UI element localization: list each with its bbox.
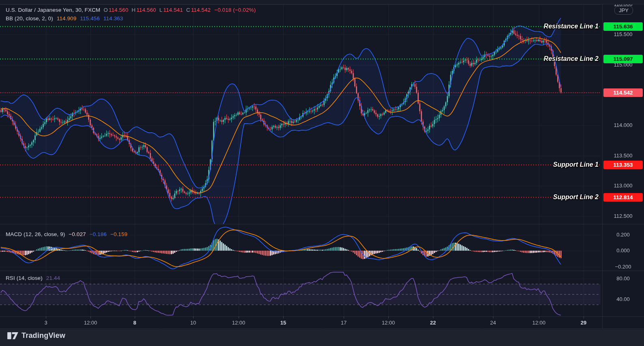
tradingview-attribution[interactable]: TradingView <box>7 331 65 340</box>
indicator-value: −0.159 <box>110 231 127 237</box>
tradingview-brand-text[interactable]: TradingView <box>22 331 65 340</box>
tradingview-chart-page: U.S. Dollar / Japanese Yen, 30, FXCMO114… <box>0 0 644 346</box>
level-line-label-support[interactable]: Support Line 2 <box>553 193 599 202</box>
indicator-value: 114.909 <box>57 15 77 21</box>
indicator-value: −0.027 <box>69 231 86 237</box>
ohlc-key: C <box>186 7 190 13</box>
level-price-badge: 115.636 <box>603 22 643 31</box>
level-line-label-support[interactable]: Support Line 1 <box>553 160 599 169</box>
rsi-value: 21.44 <box>46 275 60 281</box>
ohlc-key: L <box>159 7 163 13</box>
level-line-label-resistance[interactable]: Resistance Line 2 <box>544 54 599 63</box>
level-line-label-resistance[interactable]: Resistance Line 1 <box>544 22 599 31</box>
symbol-title[interactable]: U.S. Dollar / Japanese Yen, 30, FXCM <box>6 7 100 13</box>
symbol-legend[interactable]: U.S. Dollar / Japanese Yen, 30, FXCMO114… <box>6 7 256 13</box>
macd-axis-label: 0.000 <box>602 247 644 254</box>
time-axis-label: 12:00 <box>76 320 105 326</box>
tradingview-logo-icon <box>7 331 18 340</box>
time-axis-label: 10 <box>179 320 208 326</box>
ohlc-value: 114.541 <box>163 7 183 13</box>
level-price-badge: 112.814 <box>603 193 643 202</box>
rsi-axis-label: 80.00 <box>602 275 644 282</box>
price-axis-label: 113.000 <box>602 182 644 189</box>
macd-axis-label: −0.200 <box>602 263 644 271</box>
change-value: −0.018 (−0.02%) <box>214 7 256 13</box>
chart-canvas[interactable] <box>0 0 644 346</box>
indicator-value: −0.186 <box>90 231 107 237</box>
time-axis-label: 12:00 <box>224 320 253 326</box>
price-axis-label: 112.500 <box>602 213 644 220</box>
time-axis-label: 17 <box>329 320 358 326</box>
time-axis-label: 29 <box>569 320 598 326</box>
ohlc-key: O <box>103 7 108 13</box>
ohlc-key: H <box>131 7 136 13</box>
ohlc-values: O114.560H114.560L114.541C114.542 <box>100 7 211 13</box>
price-axis-label: 114.000 <box>602 122 644 129</box>
time-axis-label: 3 <box>31 320 60 326</box>
macd-axis-label: 0.200 <box>602 231 644 239</box>
time-axis-label: 8 <box>120 320 149 326</box>
bb-legend[interactable]: BB (20, close, 2, 0)114.909115.456114.36… <box>6 15 123 21</box>
macd-values: −0.027−0.186−0.159 <box>65 231 127 237</box>
last-price-badge: 114.542 <box>603 88 643 97</box>
price-axis-label: 115.500 <box>602 31 644 38</box>
level-price-badge: 113.353 <box>603 161 643 169</box>
bb-legend-label[interactable]: BB (20, close, 2, 0) <box>6 15 53 21</box>
ohlc-value: 114.542 <box>191 7 211 13</box>
level-price-badge: 115.097 <box>603 55 643 63</box>
macd-legend-label[interactable]: MACD (12, 26, close, 9) <box>6 231 65 237</box>
price-axis-label: 113.500 <box>602 152 644 159</box>
time-axis-label: 22 <box>418 320 448 326</box>
indicator-value: 115.456 <box>80 15 100 21</box>
rsi-legend[interactable]: RSI (14, close)21.44 <box>6 275 60 281</box>
rsi-axis-label: 40.00 <box>602 296 644 303</box>
macd-legend[interactable]: MACD (12, 26, close, 9)−0.027−0.186−0.15… <box>6 231 127 237</box>
time-axis-label: 24 <box>478 320 508 326</box>
ohlc-value: 114.560 <box>109 7 129 13</box>
time-axis-label: 15 <box>269 320 298 326</box>
bb-values: 114.909115.456114.363 <box>53 15 123 21</box>
rsi-legend-label[interactable]: RSI (14, close) <box>6 275 43 281</box>
indicator-value: 114.363 <box>103 15 123 21</box>
time-axis-label: 12:00 <box>524 320 554 326</box>
ohlc-value: 114.560 <box>136 7 156 13</box>
time-axis-label: 12:00 <box>374 320 403 326</box>
clipped-header-strip <box>0 0 644 4</box>
